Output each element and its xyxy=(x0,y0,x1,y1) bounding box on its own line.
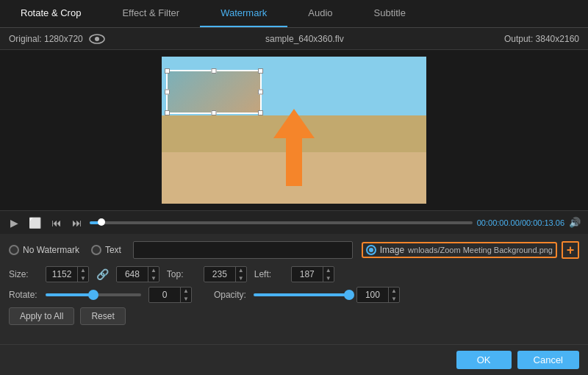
size-height-down[interactable]: ▼ xyxy=(148,274,159,282)
text-option[interactable]: Text xyxy=(91,245,121,255)
text-label: Text xyxy=(105,245,121,255)
prev-frame-button[interactable]: ⏮ xyxy=(49,215,65,230)
handle-mr[interactable] xyxy=(258,90,263,95)
rotate-label: Rotate: xyxy=(9,290,38,300)
handle-br[interactable] xyxy=(258,110,263,115)
stop-button[interactable]: ⬜ xyxy=(26,215,44,230)
opacity-value[interactable] xyxy=(357,290,388,300)
size-row: Size: ▲ ▼ 🔗 ▲ ▼ Top: ▲ ▼ Left: xyxy=(9,266,579,282)
beach-figure xyxy=(287,152,301,183)
image-option[interactable]: Image xyxy=(366,245,404,255)
top-up[interactable]: ▲ xyxy=(236,266,246,274)
size-width-down[interactable]: ▼ xyxy=(78,274,88,282)
rotate-fill xyxy=(46,293,93,296)
bottom-bar: OK Cancel xyxy=(0,344,588,375)
ok-button[interactable]: OK xyxy=(456,351,512,369)
opacity-fill xyxy=(254,293,349,296)
original-resolution: Original: 1280x720 xyxy=(9,34,83,44)
image-label: Image xyxy=(380,245,404,255)
rotate-input[interactable]: ▲ ▼ xyxy=(148,287,192,303)
size-width-up[interactable]: ▲ xyxy=(78,266,88,274)
play-button[interactable]: ▶ xyxy=(7,215,21,230)
size-label: Size: xyxy=(9,269,38,279)
tab-effect-filter[interactable]: Effect & Filter xyxy=(101,0,200,27)
no-watermark-option[interactable]: No Watermark xyxy=(9,245,79,255)
handle-bl[interactable] xyxy=(165,110,170,115)
tab-rotate-crop[interactable]: Rotate & Crop xyxy=(0,0,101,27)
action-row: Apply to All Reset xyxy=(9,307,579,325)
handle-tm[interactable] xyxy=(212,68,217,74)
output-resolution: Output: 3840x2160 xyxy=(504,34,579,44)
volume-icon[interactable]: 🔊 xyxy=(569,217,581,228)
reset-button[interactable]: Reset xyxy=(80,307,125,325)
no-watermark-label: No Watermark xyxy=(23,245,79,255)
handle-tr[interactable] xyxy=(258,68,263,74)
handle-ml[interactable] xyxy=(165,90,170,95)
rotate-thumb[interactable] xyxy=(88,290,98,300)
rotate-value[interactable] xyxy=(149,290,180,300)
size-width-input[interactable]: ▲ ▼ xyxy=(46,266,89,282)
image-radio-btn[interactable] xyxy=(366,245,376,255)
watermark-type-row: No Watermark Text Image wnloads/Zoom Mee… xyxy=(9,240,579,260)
tab-watermark[interactable]: Watermark xyxy=(200,0,287,27)
left-up[interactable]: ▲ xyxy=(323,266,334,274)
rotate-slider[interactable] xyxy=(46,293,141,296)
image-path: wnloads/Zoom Meeting Background.png xyxy=(408,246,553,254)
tab-subtitle[interactable]: Subtitle xyxy=(354,0,426,27)
apply-to-all-button[interactable]: Apply to All xyxy=(9,307,74,325)
link-dimensions-icon[interactable]: 🔗 xyxy=(96,268,109,280)
opacity-slider[interactable] xyxy=(254,293,349,296)
opacity-label: Opacity: xyxy=(214,290,246,300)
svg-point-1 xyxy=(95,37,99,41)
tab-bar: Rotate & Crop Effect & Filter Watermark … xyxy=(0,0,588,28)
top-down[interactable]: ▼ xyxy=(236,274,246,282)
filename: sample_640x360.flv xyxy=(265,34,344,44)
left-down[interactable]: ▼ xyxy=(323,274,334,282)
handle-tl[interactable] xyxy=(165,68,170,74)
controls-area: No Watermark Text Image wnloads/Zoom Mee… xyxy=(0,234,588,329)
rotate-down[interactable]: ▼ xyxy=(181,295,191,303)
video-frame xyxy=(162,57,426,204)
image-section: Image wnloads/Zoom Meeting Background.pn… xyxy=(362,242,557,258)
handle-bm[interactable] xyxy=(212,110,217,115)
left-label: Left: xyxy=(254,269,284,279)
size-height-up[interactable]: ▲ xyxy=(148,266,159,274)
top-input[interactable]: ▲ ▼ xyxy=(204,266,247,282)
opacity-thumb[interactable] xyxy=(344,290,354,300)
progress-dot xyxy=(98,218,105,226)
file-info-bar: Original: 1280x720 sample_640x360.flv Ou… xyxy=(0,28,588,50)
next-frame-button[interactable]: ⏭ xyxy=(69,215,85,230)
add-image-button[interactable]: + xyxy=(562,241,579,259)
watermark-overlay[interactable] xyxy=(166,70,262,114)
opacity-down[interactable]: ▼ xyxy=(389,295,399,303)
cancel-button[interactable]: Cancel xyxy=(517,351,579,369)
eye-icon[interactable] xyxy=(89,32,105,46)
opacity-input[interactable]: ▲ ▼ xyxy=(356,287,400,303)
top-value[interactable] xyxy=(204,269,235,279)
top-label: Top: xyxy=(167,269,196,279)
no-watermark-radio[interactable] xyxy=(9,245,19,255)
text-watermark-input[interactable] xyxy=(133,241,353,259)
tab-audio[interactable]: Audio xyxy=(287,0,353,27)
text-radio[interactable] xyxy=(91,245,101,255)
size-height-input[interactable]: ▲ ▼ xyxy=(116,266,159,282)
rotate-opacity-row: Rotate: ▲ ▼ Opacity: ▲ ▼ xyxy=(9,287,579,303)
size-height-value[interactable] xyxy=(117,269,148,279)
opacity-up[interactable]: ▲ xyxy=(389,287,399,295)
preview-container xyxy=(0,50,588,210)
left-input[interactable]: ▲ ▼ xyxy=(291,266,334,282)
progress-bar[interactable] xyxy=(90,221,473,224)
left-value[interactable] xyxy=(292,269,323,279)
rotate-up[interactable]: ▲ xyxy=(181,287,191,295)
transport-bar: ▶ ⬜ ⏮ ⏭ 00:00:00.00/00:00:13.06 🔊 xyxy=(0,210,588,234)
time-display: 00:00:00.00/00:00:13.06 xyxy=(477,218,564,227)
size-width-value[interactable] xyxy=(46,269,77,279)
